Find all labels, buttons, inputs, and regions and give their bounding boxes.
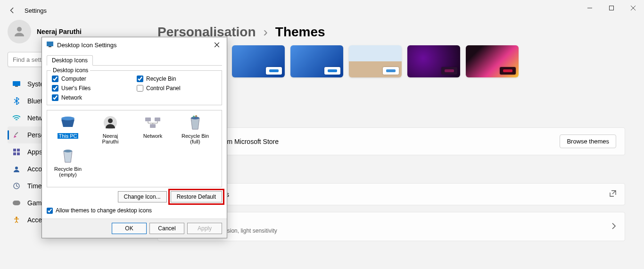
contrast-themes-row[interactable]: Contrast themes Colour themes for low vi…	[157, 212, 625, 241]
tabstrip: Desktop Icons	[47, 55, 222, 66]
window-controls	[579, 0, 644, 16]
theme-thumb[interactable]	[290, 45, 343, 77]
titlebar: Settings	[0, 0, 644, 21]
theme-thumb[interactable]	[407, 45, 460, 77]
store-row: Get more themes from Microsoft Store Bro…	[157, 127, 625, 155]
svg-point-16	[61, 117, 74, 120]
svg-rect-9	[17, 152, 20, 155]
breadcrumb: Personalisation › Themes	[157, 25, 625, 40]
close-button[interactable]	[622, 0, 644, 16]
icon-recycle-bin-empty[interactable]: Recycle Bin (empty)	[51, 147, 85, 177]
svg-rect-19	[145, 118, 151, 121]
dialog-title: Desktop Icon Settings	[57, 42, 116, 49]
svg-rect-7	[17, 149, 20, 151]
desktop-icons-group: Desktop icons Computer Recycle Bin User'…	[47, 70, 222, 105]
svg-rect-4	[15, 86, 18, 87]
allow-themes-checkbox[interactable]: Allow themes to change desktop icons	[47, 207, 222, 214]
svg-point-23	[193, 116, 195, 118]
icon-label: Network	[142, 133, 163, 139]
group-legend: Desktop icons	[51, 67, 90, 74]
apply-button[interactable]: Apply	[187, 223, 222, 234]
svg-rect-12	[13, 201, 20, 205]
theme-thumb[interactable]	[349, 45, 402, 77]
svg-rect-5	[15, 132, 18, 135]
minimize-button[interactable]	[579, 0, 601, 16]
external-link-icon	[610, 190, 616, 198]
svg-rect-3	[13, 81, 20, 86]
time-icon	[12, 182, 21, 190]
checkbox-users-files[interactable]: User's Files	[52, 85, 132, 92]
icon-label: Recycle Bin (full)	[178, 133, 212, 144]
icon-label: Recycle Bin (empty)	[51, 166, 85, 177]
checkbox-recycle-bin[interactable]: Recycle Bin	[137, 76, 217, 82]
theme-thumb[interactable]	[232, 45, 285, 77]
change-icon-button[interactable]: Change Icon...	[118, 191, 167, 202]
desktop-icon-settings-row[interactable]: Desktop icon settings	[157, 183, 625, 205]
icon-this-pc[interactable]: This PC	[51, 114, 85, 144]
svg-point-10	[15, 167, 18, 169]
personalisation-icon	[12, 131, 21, 139]
sidebar-item-label: Apps	[27, 148, 42, 156]
svg-point-22	[191, 117, 199, 119]
svg-point-2	[17, 27, 22, 32]
maximize-button[interactable]	[601, 0, 622, 16]
icon-user-folder[interactable]: Neeraj Paruthi	[93, 114, 127, 144]
svg-point-24	[195, 115, 197, 117]
svg-rect-15	[49, 46, 51, 47]
bluetooth-icon	[12, 97, 21, 105]
svg-rect-21	[150, 124, 156, 128]
user-name: Neeraj Paruthi	[37, 28, 82, 35]
system-icon	[12, 80, 21, 88]
related-heading: Related settings	[157, 169, 625, 177]
dialog-close-button[interactable]	[212, 40, 222, 50]
apps-icon	[12, 148, 21, 156]
network-icon	[12, 114, 21, 122]
icon-network[interactable]: Network	[136, 114, 170, 144]
back-button[interactable]	[8, 6, 17, 15]
theme-thumb[interactable]	[466, 45, 519, 77]
icon-recycle-bin-full[interactable]: Recycle Bin (full)	[178, 114, 212, 144]
svg-rect-14	[47, 42, 53, 46]
checkbox-computer[interactable]: Computer	[52, 76, 132, 82]
gaming-icon	[12, 199, 21, 207]
svg-rect-6	[13, 149, 16, 151]
svg-rect-8	[13, 152, 16, 155]
icon-preview-area: This PC Neeraj Paruthi Network Recycle B…	[47, 110, 222, 187]
checkbox-control-panel[interactable]: Control Panel	[137, 85, 217, 92]
svg-rect-20	[155, 118, 160, 121]
svg-point-18	[108, 118, 113, 123]
checkbox-network[interactable]: Network	[52, 94, 132, 101]
accounts-icon	[12, 165, 21, 173]
window-title: Settings	[25, 7, 47, 14]
avatar	[8, 20, 31, 43]
chevron-right-icon	[611, 223, 616, 231]
chevron-right-icon: ›	[264, 25, 268, 40]
dialog-titlebar[interactable]: Desktop Icon Settings	[42, 37, 227, 52]
dialog-footer: OK Cancel Apply	[42, 219, 227, 238]
icon-label: This PC	[58, 133, 78, 139]
accessibility-icon	[12, 216, 21, 224]
browse-themes-button[interactable]: Browse themes	[560, 134, 616, 148]
svg-point-25	[64, 150, 72, 152]
cancel-button[interactable]: Cancel	[149, 223, 184, 234]
svg-rect-1	[610, 6, 614, 10]
tab-desktop-icons[interactable]: Desktop Icons	[47, 55, 93, 66]
breadcrumb-current: Themes	[275, 25, 325, 40]
svg-point-13	[16, 217, 17, 219]
ok-button[interactable]: OK	[112, 223, 147, 234]
desktop-icon-settings-dialog: Desktop Icon Settings Desktop Icons Desk…	[41, 37, 227, 238]
icon-label: Neeraj Paruthi	[93, 133, 127, 144]
dialog-icon	[47, 42, 53, 49]
restore-default-button[interactable]: Restore Default	[171, 191, 222, 202]
